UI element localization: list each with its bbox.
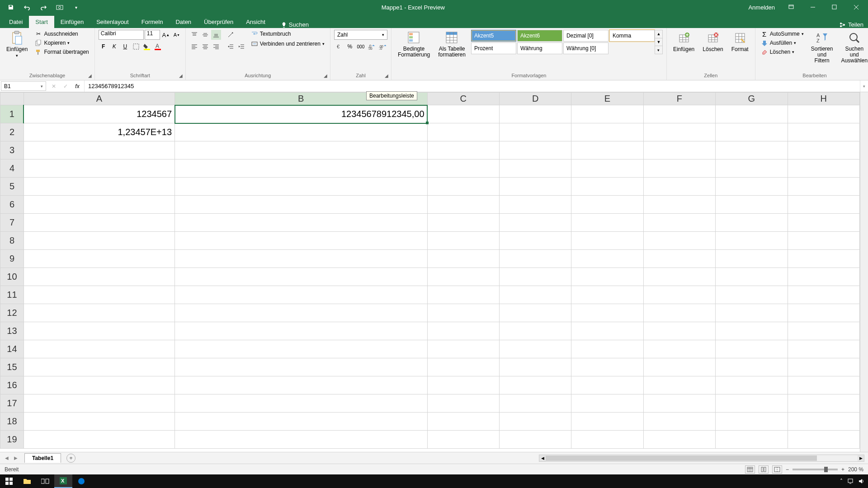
cell-C10[interactable] <box>427 268 499 286</box>
cell-H15[interactable] <box>788 358 859 376</box>
orientation-icon[interactable] <box>226 30 236 40</box>
decrease-decimal-icon[interactable]: ,00,0 <box>377 42 387 52</box>
increase-indent-icon[interactable] <box>236 42 246 52</box>
cell-A10[interactable] <box>24 268 175 286</box>
cell-F9[interactable] <box>643 250 715 268</box>
cell-G9[interactable] <box>716 250 788 268</box>
cell-E7[interactable] <box>571 214 643 232</box>
cell-G19[interactable] <box>716 431 788 449</box>
cell-F12[interactable] <box>643 304 715 322</box>
cell-E9[interactable] <box>571 250 643 268</box>
cell-A13[interactable] <box>24 322 175 340</box>
cell-G18[interactable] <box>716 413 788 431</box>
col-header-A[interactable]: A <box>24 93 175 105</box>
insert-function-icon[interactable]: fx <box>72 81 82 91</box>
style-waehrung0[interactable]: Währung [0] <box>563 42 609 54</box>
decrease-indent-icon[interactable] <box>226 42 236 52</box>
font-dialog-launcher[interactable]: ◢ <box>178 72 184 79</box>
cell-B10[interactable] <box>175 268 428 286</box>
col-header-G[interactable]: G <box>716 93 788 105</box>
expand-formula-bar-icon[interactable]: ▾ <box>860 80 868 92</box>
row-header-4[interactable]: 4 <box>0 160 24 178</box>
row-header-8[interactable]: 8 <box>0 232 24 250</box>
cell-C1[interactable] <box>427 105 499 123</box>
col-header-E[interactable]: E <box>571 93 643 105</box>
cell-C12[interactable] <box>427 304 499 322</box>
gallery-up-icon[interactable]: ▲ <box>655 30 662 38</box>
decrease-font-icon[interactable]: A▼ <box>172 30 182 40</box>
copy-button[interactable]: Kopieren ▾ <box>33 39 90 47</box>
align-top-icon[interactable] <box>189 30 199 40</box>
cell-C17[interactable] <box>427 394 499 413</box>
cell-C3[interactable] <box>427 141 499 160</box>
cell-F13[interactable] <box>643 322 715 340</box>
minimize-button[interactable] <box>803 0 823 14</box>
cell-H19[interactable] <box>788 431 859 449</box>
file-explorer-icon[interactable] <box>18 474 36 488</box>
row-header-13[interactable]: 13 <box>0 322 24 340</box>
cell-F16[interactable] <box>643 376 715 394</box>
gallery-more-icon[interactable]: ▾ <box>655 46 662 54</box>
row-header-5[interactable]: 5 <box>0 178 24 196</box>
cell-A6[interactable] <box>24 196 175 214</box>
row-header-10[interactable]: 10 <box>0 268 24 286</box>
cell-C13[interactable] <box>427 322 499 340</box>
cell-E3[interactable] <box>571 141 643 160</box>
font-name-select[interactable]: Calibri <box>99 30 144 40</box>
hscroll-left-icon[interactable]: ◀ <box>539 455 546 461</box>
align-center-icon[interactable] <box>200 42 210 52</box>
cell-F18[interactable] <box>643 413 715 431</box>
cell-C6[interactable] <box>427 196 499 214</box>
select-all-corner[interactable] <box>0 93 24 105</box>
cell-D19[interactable] <box>499 431 571 449</box>
row-header-7[interactable]: 7 <box>0 214 24 232</box>
cell-H11[interactable] <box>788 286 859 304</box>
cell-C2[interactable] <box>427 123 499 141</box>
hscroll-thumb[interactable] <box>546 455 817 461</box>
cell-D7[interactable] <box>499 214 571 232</box>
autosum-button[interactable]: ΣAutoSumme ▾ <box>759 30 806 38</box>
cell-H2[interactable] <box>788 123 859 141</box>
font-size-select[interactable]: 11 <box>145 30 160 40</box>
cell-A14[interactable] <box>24 340 175 358</box>
align-right-icon[interactable] <box>211 42 221 52</box>
accounting-format-icon[interactable]: € <box>334 42 344 52</box>
fill-button[interactable]: Ausfüllen ▾ <box>759 39 806 47</box>
cell-C5[interactable] <box>427 178 499 196</box>
cell-C19[interactable] <box>427 431 499 449</box>
cell-C8[interactable] <box>427 232 499 250</box>
cell-H3[interactable] <box>788 141 859 160</box>
underline-button[interactable]: U <box>120 42 130 52</box>
cell-C16[interactable] <box>427 376 499 394</box>
camera-icon[interactable] <box>53 1 66 14</box>
page-break-view-icon[interactable] <box>772 465 782 474</box>
comma-format-icon[interactable]: 000 <box>356 42 366 52</box>
cell-B13[interactable] <box>175 322 428 340</box>
row-header-6[interactable]: 6 <box>0 196 24 214</box>
cell-C18[interactable] <box>427 413 499 431</box>
cell-E12[interactable] <box>571 304 643 322</box>
paste-button[interactable]: Einfügen ▾ <box>4 30 30 59</box>
cell-D9[interactable] <box>499 250 571 268</box>
cell-B7[interactable] <box>175 214 428 232</box>
network-icon[interactable] <box>847 478 854 484</box>
percent-format-icon[interactable]: % <box>345 42 355 52</box>
gallery-down-icon[interactable]: ▼ <box>655 38 662 47</box>
cell-G7[interactable] <box>716 214 788 232</box>
cell-E14[interactable] <box>571 340 643 358</box>
cell-B12[interactable] <box>175 304 428 322</box>
cell-G1[interactable] <box>716 105 788 123</box>
cell-B17[interactable] <box>175 394 428 413</box>
cell-A19[interactable] <box>24 431 175 449</box>
cell-B14[interactable] <box>175 340 428 358</box>
merge-center-button[interactable]: Verbinden und zentrieren ▾ <box>249 40 326 48</box>
zoom-slider[interactable] <box>793 469 838 470</box>
cell-B19[interactable] <box>175 431 428 449</box>
cell-H16[interactable] <box>788 376 859 394</box>
start-menu-icon[interactable] <box>0 474 18 488</box>
cell-F11[interactable] <box>643 286 715 304</box>
row-header-16[interactable]: 16 <box>0 376 24 394</box>
cell-F15[interactable] <box>643 358 715 376</box>
cell-G14[interactable] <box>716 340 788 358</box>
normal-view-icon[interactable] <box>745 465 755 474</box>
